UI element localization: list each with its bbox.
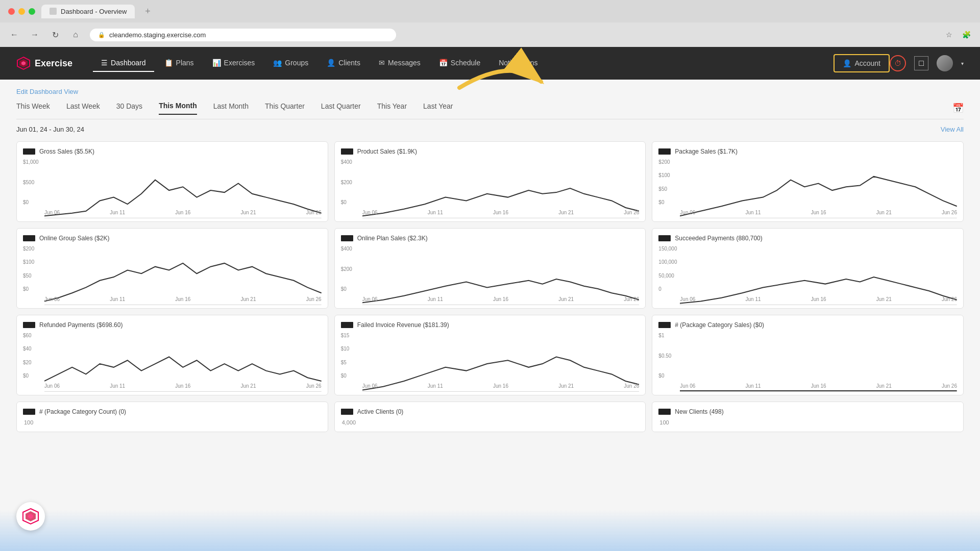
calendar-icon[interactable]: 📅 bbox=[952, 103, 964, 114]
home-button[interactable]: ⌂ bbox=[69, 29, 82, 41]
charts-grid-bottom: # (Package Category Count) (0) 100 Activ… bbox=[16, 402, 964, 432]
nav-item-notifications[interactable]: Notifications bbox=[491, 55, 546, 72]
tab-this-week[interactable]: This Week bbox=[16, 102, 50, 114]
chart-new-clients: New Clients (498) 100 bbox=[652, 402, 964, 432]
y-labels: 150,000 100,000 50,000 0 bbox=[658, 246, 679, 292]
edit-dashboard-link[interactable]: Edit Dashboard View bbox=[16, 88, 964, 95]
x-labels: Jun 06 Jun 11 Jun 16 Jun 21 Jun 26 bbox=[680, 296, 957, 302]
chart-legend-box bbox=[341, 322, 353, 328]
y-labels: $400 $200 $0 bbox=[341, 159, 361, 205]
chart-title: Online Group Sales ($2K) bbox=[39, 235, 109, 242]
chart-header: Product Sales ($1.9K) bbox=[341, 148, 640, 155]
maximize-dot[interactable] bbox=[29, 8, 35, 15]
chart-title: Failed Invoice Revenue ($181.39) bbox=[357, 321, 449, 329]
address-bar[interactable]: 🔒 cleandemo.staging.exercise.com bbox=[90, 29, 396, 41]
chart-header: Succeeded Payments (880,700) bbox=[658, 235, 957, 242]
tab-this-month[interactable]: This Month bbox=[159, 102, 197, 115]
account-icon: 👤 bbox=[843, 59, 851, 67]
chart-area: $400 $200 $0 Jun 06 Jun 11 Jun 16 Jun 21… bbox=[341, 246, 640, 302]
nav-item-dashboard[interactable]: ☰ Dashboard bbox=[93, 55, 154, 72]
chart-legend-box bbox=[658, 322, 671, 328]
nav-right-controls: ⏱ □ ▾ bbox=[890, 55, 964, 71]
browser-toolbar-right: ☆ 🧩 bbox=[943, 29, 972, 40]
chart-legend-box bbox=[341, 235, 353, 241]
x-labels: Jun 06 Jun 11 Jun 16 Jun 21 Jun 26 bbox=[362, 210, 640, 215]
chart-legend-box bbox=[658, 409, 671, 415]
charts-grid: Gross Sales ($5.5K) $1,000 $500 $0 Jun 0… bbox=[16, 141, 964, 395]
nav-item-exercises[interactable]: 📊 Exercises bbox=[204, 55, 263, 72]
ssl-icon: 🔒 bbox=[98, 32, 105, 38]
chart-legend-box bbox=[658, 235, 671, 241]
chart-legend-box bbox=[23, 409, 35, 415]
x-labels: Jun 06 Jun 11 Jun 16 Jun 21 Jun 26 bbox=[362, 296, 640, 302]
tab-this-quarter[interactable]: This Quarter bbox=[265, 102, 305, 114]
clients-icon: 👤 bbox=[327, 59, 335, 67]
chart-y-top: 4,000 bbox=[341, 419, 640, 425]
avatar[interactable] bbox=[937, 55, 953, 71]
x-labels: Jun 06 Jun 11 Jun 16 Jun 21 Jun 26 bbox=[680, 210, 957, 215]
nav-label-dashboard: Dashboard bbox=[111, 59, 146, 67]
history-icon[interactable]: ⏱ bbox=[890, 55, 906, 71]
plans-icon: 📋 bbox=[164, 59, 173, 67]
x-labels: Jun 06 Jun 11 Jun 16 Jun 21 Jun 26 bbox=[44, 210, 322, 215]
chart-header: Online Plan Sales ($2.3K) bbox=[341, 235, 640, 242]
forward-button[interactable]: → bbox=[29, 29, 41, 41]
app-logo[interactable]: Exercise bbox=[16, 56, 72, 70]
y-labels: $1 $0.50 $0 bbox=[658, 333, 679, 379]
close-dot[interactable] bbox=[8, 8, 15, 15]
chart-title: Gross Sales ($5.5K) bbox=[39, 148, 94, 155]
x-labels: Jun 06 Jun 11 Jun 16 Jun 21 Jun 26 bbox=[362, 383, 640, 389]
y-labels: $60 $40 $20 $0 bbox=[23, 333, 43, 379]
nav-item-messages[interactable]: ✉ Messages bbox=[371, 55, 429, 72]
chart-package-category-count: # (Package Category Count) (0) 100 bbox=[16, 402, 328, 432]
tab-last-year[interactable]: Last Year bbox=[423, 102, 453, 114]
messages-icon: ✉ bbox=[379, 59, 385, 67]
tab-this-year[interactable]: This Year bbox=[377, 102, 407, 114]
minimize-dot[interactable] bbox=[18, 8, 25, 15]
refresh-button[interactable]: ↻ bbox=[49, 29, 61, 41]
date-range: Jun 01, 24 - Jun 30, 24 bbox=[16, 126, 84, 133]
floating-logo[interactable] bbox=[16, 502, 45, 531]
chart-legend-box bbox=[341, 148, 353, 155]
chart-refunded-payments: Refunded Payments ($698.60) $60 $40 $20 … bbox=[16, 315, 328, 395]
view-all-link[interactable]: View All bbox=[941, 126, 964, 133]
bookmark-star-icon[interactable]: ☆ bbox=[943, 29, 954, 40]
chart-online-group-sales: Online Group Sales ($2K) $200 $100 $50 $… bbox=[16, 228, 328, 309]
tab-last-quarter[interactable]: Last Quarter bbox=[321, 102, 361, 114]
tab-last-week[interactable]: Last Week bbox=[66, 102, 100, 114]
url-text: cleandemo.staging.exercise.com bbox=[109, 31, 206, 39]
chart-area: $200 $100 $50 $0 Jun 06 Jun 11 Jun 16 Ju… bbox=[23, 246, 322, 302]
nav-label-plans: Plans bbox=[176, 59, 194, 67]
y-labels: $15 $10 $5 $0 bbox=[341, 333, 361, 379]
chart-header: Online Group Sales ($2K) bbox=[23, 235, 322, 242]
tab-30-days[interactable]: 30 Days bbox=[116, 102, 142, 114]
avatar-dropdown-icon[interactable]: ▾ bbox=[961, 61, 964, 66]
new-tab-button[interactable]: + bbox=[145, 6, 151, 17]
chart-package-category-sales: # (Package Category Sales) ($0) $1 $0.50… bbox=[652, 315, 964, 395]
main-nav: ☰ Dashboard 📋 Plans 📊 Exercises 👥 Groups… bbox=[93, 55, 834, 72]
exercises-icon: 📊 bbox=[212, 59, 221, 67]
y-labels: $1,000 $500 $0 bbox=[23, 159, 43, 205]
main-content: Edit Dashboard View This Week Last Week … bbox=[0, 80, 980, 551]
nav-label-clients: Clients bbox=[338, 59, 360, 67]
window-icon[interactable]: □ bbox=[914, 56, 928, 70]
back-button[interactable]: ← bbox=[8, 29, 20, 41]
chart-title: Package Sales ($1.7K) bbox=[675, 148, 738, 155]
nav-label-account: Account bbox=[854, 59, 880, 67]
nav-item-account[interactable]: 👤 Account bbox=[834, 54, 890, 72]
chart-title: Product Sales ($1.9K) bbox=[357, 148, 417, 155]
groups-icon: 👥 bbox=[273, 59, 282, 67]
nav-item-plans[interactable]: 📋 Plans bbox=[156, 55, 202, 72]
browser-tab[interactable]: Dashboard - Overview bbox=[41, 5, 135, 18]
chart-failed-invoice: Failed Invoice Revenue ($181.39) $15 $10… bbox=[334, 315, 646, 395]
chart-header: New Clients (498) bbox=[658, 408, 957, 415]
extension-icon[interactable]: 🧩 bbox=[961, 29, 972, 40]
nav-item-clients[interactable]: 👤 Clients bbox=[318, 55, 369, 72]
tab-last-month[interactable]: Last Month bbox=[213, 102, 249, 114]
chart-title: Active Clients (0) bbox=[357, 408, 404, 415]
chart-header: # (Package Category Sales) ($0) bbox=[658, 321, 957, 329]
nav-item-schedule[interactable]: 📅 Schedule bbox=[431, 55, 488, 72]
nav-item-groups[interactable]: 👥 Groups bbox=[265, 55, 316, 72]
chart-title: Refunded Payments ($698.60) bbox=[39, 321, 122, 329]
chart-online-plan-sales: Online Plan Sales ($2.3K) $400 $200 $0 J… bbox=[334, 228, 646, 309]
